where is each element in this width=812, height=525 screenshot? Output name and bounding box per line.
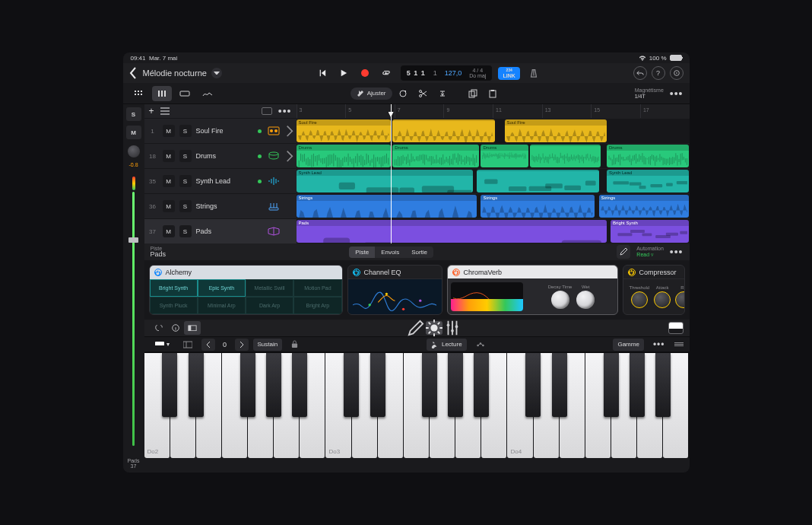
view-region-button[interactable] (175, 86, 195, 101)
cycle-button[interactable] (378, 65, 395, 81)
preset-cell[interactable]: Bright Synth (150, 279, 198, 297)
sliders-view-button[interactable] (444, 321, 461, 335)
preset-cell[interactable]: Metallic Swill (246, 279, 293, 297)
region[interactable] (392, 119, 494, 142)
track-header[interactable]: 1 M S Soul Fire (144, 118, 297, 143)
tab-piste[interactable]: Piste (349, 247, 375, 258)
solo-button[interactable]: S (179, 175, 192, 187)
knob[interactable]: Attack (654, 285, 671, 308)
region[interactable]: Strings (599, 195, 690, 218)
sustain-button[interactable]: Sustain (253, 339, 283, 351)
join-tool-button[interactable] (433, 86, 452, 101)
region[interactable]: Drums (392, 145, 479, 167)
black-key[interactable] (552, 353, 567, 417)
mute-button[interactable]: M (163, 125, 175, 137)
octave-up-button[interactable] (235, 339, 249, 351)
record-enable-dot[interactable] (258, 154, 262, 158)
settings-button[interactable] (670, 66, 684, 80)
rail-mute-button[interactable]: M (126, 126, 141, 139)
sc-dial-icon[interactable] (151, 321, 167, 335)
pencil-view-button[interactable] (408, 321, 424, 335)
keyboard-more-button[interactable]: ••• (649, 339, 670, 351)
mute-button[interactable]: M (163, 150, 175, 162)
play-button[interactable] (335, 65, 352, 81)
black-key[interactable] (266, 353, 281, 417)
black-key[interactable] (604, 353, 619, 417)
region[interactable]: Drums (297, 145, 391, 167)
go-to-start-button[interactable] (314, 65, 331, 81)
loop-tool-button[interactable] (394, 86, 412, 101)
edit-plugins-button[interactable] (617, 245, 630, 259)
project-dropdown[interactable] (211, 68, 222, 78)
inspector-tabs[interactable]: PisteEnvoisSortie (349, 247, 433, 258)
track-header[interactable]: 37 M S Pads (144, 218, 297, 243)
preset-cell[interactable]: Epic Synth (198, 279, 246, 297)
instrument-icon[interactable] (266, 123, 281, 138)
keyboard-view-button[interactable] (668, 322, 684, 334)
region[interactable]: Drums (607, 145, 690, 167)
mute-button[interactable]: M (163, 175, 175, 187)
track-header[interactable]: 36 M S Strings (144, 193, 297, 218)
plugin-alchemy[interactable]: Alchemy Bright SynthEpic SynthMetallic S… (149, 265, 343, 315)
back-button[interactable] (129, 67, 137, 79)
metronome-button[interactable] (526, 65, 541, 81)
track-header[interactable]: 18 M S Drums (144, 143, 297, 168)
lecture-button[interactable]: Lecture (427, 339, 467, 351)
adjust-button[interactable]: Ajuster (350, 88, 392, 100)
knob[interactable]: Threshold (630, 285, 650, 308)
playhead[interactable] (391, 104, 392, 243)
arpeggiator-button[interactable] (471, 339, 490, 351)
region[interactable]: Bright Synth (611, 220, 689, 243)
lock-button[interactable] (287, 339, 303, 351)
preset-cell[interactable]: Bright Arp (293, 297, 341, 314)
preset-cell[interactable]: Motion Pad (293, 279, 341, 297)
copy-button[interactable] (464, 86, 482, 101)
black-key[interactable] (448, 353, 463, 417)
freeze-button[interactable] (262, 107, 272, 115)
automation-mode[interactable]: Automation Read ▿ (636, 246, 663, 257)
chevron-right-icon[interactable] (286, 125, 293, 138)
instrument-icon[interactable] (266, 199, 281, 214)
keyboard-mode-button[interactable]: ▾ (151, 339, 174, 351)
region[interactable]: Drums (481, 145, 528, 167)
tab-sortie[interactable]: Sortie (405, 247, 433, 258)
solo-button[interactable]: S (179, 125, 192, 137)
sc-info-icon[interactable] (167, 321, 184, 335)
power-icon[interactable] (353, 269, 360, 276)
black-key[interactable] (370, 353, 385, 417)
octave-down-button[interactable] (201, 339, 215, 351)
power-icon[interactable] (154, 269, 162, 276)
solo-button[interactable]: S (179, 150, 192, 162)
region[interactable] (530, 145, 601, 167)
black-key[interactable] (189, 353, 204, 417)
record-enable-dot[interactable] (258, 180, 262, 183)
black-key[interactable] (292, 353, 307, 417)
instrument-icon[interactable] (266, 148, 281, 164)
scissors-tool-button[interactable] (414, 86, 432, 101)
wet-knob[interactable]: Wet (576, 285, 595, 309)
instrument-icon[interactable] (266, 224, 281, 239)
view-grid-button[interactable] (129, 86, 149, 101)
record-enable-dot[interactable] (258, 129, 262, 133)
gamme-button[interactable]: Gamme (613, 339, 643, 351)
pan-knob[interactable] (128, 145, 140, 158)
paste-button[interactable] (484, 86, 502, 101)
view-automation-button[interactable] (198, 86, 217, 101)
knob[interactable]: Re (675, 285, 684, 308)
track-header-more[interactable]: ••• (278, 105, 292, 117)
instrument-icon[interactable] (266, 173, 281, 189)
region[interactable]: Synth Lead (607, 170, 690, 192)
track-header[interactable]: 35 M S Synth Lead (144, 168, 297, 193)
decay-knob[interactable]: Decay Time (548, 285, 573, 309)
help-button[interactable]: ? (652, 66, 665, 80)
black-key[interactable] (474, 353, 489, 417)
undo-button[interactable] (633, 66, 647, 80)
preset-cell[interactable]: Synth Pluck (150, 297, 198, 314)
mute-button[interactable]: M (163, 225, 175, 237)
region[interactable]: Pads (297, 220, 607, 243)
split-button[interactable] (179, 339, 197, 351)
black-key[interactable] (422, 353, 437, 417)
plugin-chromaverb[interactable]: ChromaVerb Decay Time Wet (447, 265, 618, 315)
black-key[interactable] (344, 353, 359, 417)
power-icon[interactable] (628, 269, 636, 276)
